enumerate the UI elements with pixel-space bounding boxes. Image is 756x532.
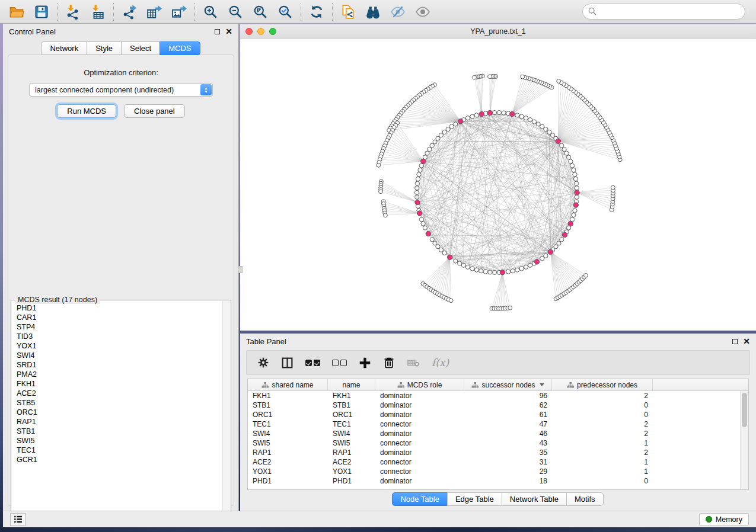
search-network-button[interactable] bbox=[362, 2, 384, 21]
table-scrollbar-thumb[interactable] bbox=[742, 393, 747, 427]
control-panel-title: Control Panel bbox=[9, 27, 56, 36]
table-row[interactable]: STB1STB1dominator620 bbox=[248, 400, 740, 410]
mcds-node-item[interactable]: STP4 bbox=[17, 322, 222, 332]
table-cell: 96 bbox=[464, 392, 552, 400]
mcds-node-item[interactable]: ORC1 bbox=[17, 408, 222, 417]
task-history-button[interactable] bbox=[10, 513, 25, 526]
table-options-gear-button[interactable] bbox=[257, 357, 269, 368]
table-row[interactable]: FKH1FKH1dominator962 bbox=[248, 391, 740, 400]
table-scrollbar[interactable] bbox=[740, 391, 748, 489]
eye-slash-icon bbox=[390, 4, 406, 20]
mcds-node-item[interactable]: PMA2 bbox=[17, 370, 222, 379]
node-table-header: shared namenameMCDS rolesuccessor nodesp… bbox=[248, 379, 748, 391]
export-image-button[interactable] bbox=[168, 2, 190, 21]
export-table-button[interactable] bbox=[143, 2, 165, 21]
task-list-icon bbox=[13, 514, 23, 524]
hide-selected-button[interactable] bbox=[387, 2, 409, 21]
vertical-divider-handle[interactable] bbox=[238, 266, 243, 273]
mcds-node-item[interactable]: STB5 bbox=[17, 398, 222, 408]
tab-node-table[interactable]: Node Table bbox=[392, 492, 448, 506]
network-canvas[interactable] bbox=[240, 39, 756, 331]
table-panel-tabs: Node TableEdge TableNetwork TableMotifs bbox=[240, 492, 756, 506]
apply-styles-button[interactable] bbox=[306, 2, 327, 21]
zoom-in-button[interactable] bbox=[200, 2, 221, 21]
table-row[interactable]: ACE2ACE2connector311 bbox=[248, 457, 740, 467]
clone-network-button[interactable] bbox=[337, 2, 359, 21]
table-cell: dominator bbox=[375, 401, 464, 409]
show-all-button[interactable] bbox=[412, 2, 433, 21]
deselect-all-button[interactable] bbox=[332, 360, 347, 366]
table-cell: connector bbox=[375, 467, 464, 476]
run-mcds-button[interactable]: Run MCDS bbox=[57, 104, 116, 118]
mcds-node-item[interactable]: TID3 bbox=[17, 332, 222, 341]
close-panel-icon[interactable]: ✕ bbox=[225, 28, 232, 34]
column-header-successor-nodes[interactable]: successor nodes bbox=[464, 379, 552, 390]
zoom-selected-button[interactable] bbox=[275, 2, 296, 21]
export-network-button[interactable] bbox=[119, 2, 140, 21]
search-input[interactable] bbox=[582, 4, 745, 20]
table-row[interactable]: TEC1TEC1connector472 bbox=[248, 419, 740, 429]
float-table-panel-icon[interactable] bbox=[732, 339, 738, 344]
toolbar-separator bbox=[194, 3, 195, 21]
table-cell: FKH1 bbox=[248, 392, 328, 400]
delete-table-button[interactable] bbox=[407, 356, 420, 369]
column-header-shared-name[interactable]: shared name bbox=[248, 379, 328, 390]
column-header-MCDS-role[interactable]: MCDS role bbox=[375, 379, 464, 390]
mcds-result-scrollbar[interactable] bbox=[222, 301, 230, 518]
table-cell: dominator bbox=[375, 392, 464, 400]
open-folder-icon bbox=[9, 4, 24, 20]
network-graph bbox=[240, 39, 756, 331]
table-row[interactable]: ORC1ORC1dominator610 bbox=[248, 410, 740, 419]
float-panel-icon[interactable] bbox=[215, 29, 220, 34]
table-row[interactable]: SWI5SWI5connector431 bbox=[248, 438, 740, 448]
delete-columns-button[interactable] bbox=[383, 357, 395, 368]
tab-mcds[interactable]: MCDS bbox=[160, 41, 200, 55]
close-panel-button[interactable]: Close panel bbox=[124, 104, 185, 118]
table-cell: SWI4 bbox=[248, 430, 328, 438]
network-window-titlebar[interactable]: YPA_prune.txt_1 bbox=[240, 24, 756, 39]
open-file-button[interactable] bbox=[6, 2, 27, 21]
add-column-button[interactable] bbox=[359, 357, 371, 369]
mcds-node-item[interactable]: SWI5 bbox=[17, 436, 222, 446]
table-row[interactable]: RAP1RAP1dominator352 bbox=[248, 448, 740, 457]
table-row[interactable]: YOX1YOX1connector291 bbox=[248, 467, 740, 476]
mcds-node-item[interactable]: GCR1 bbox=[17, 455, 222, 464]
tab-network-table[interactable]: Network Table bbox=[502, 492, 567, 506]
tab-select[interactable]: Select bbox=[121, 41, 160, 55]
mcds-node-item[interactable]: SRD1 bbox=[17, 360, 222, 370]
import-table-button[interactable] bbox=[87, 2, 109, 21]
table-row[interactable]: SWI4SWI4dominator462 bbox=[248, 429, 740, 438]
memory-button[interactable]: Memory bbox=[699, 513, 749, 526]
import-network-button[interactable] bbox=[62, 2, 84, 21]
optimization-criterion-select[interactable]: largest connected component (undirected)… bbox=[29, 83, 213, 97]
mcds-node-item[interactable]: PHD1 bbox=[17, 303, 222, 313]
table-cell: 2 bbox=[552, 430, 653, 438]
sort-desc-icon bbox=[540, 383, 544, 386]
mcds-node-item[interactable]: YOX1 bbox=[17, 341, 222, 351]
mcds-node-item[interactable]: SWI4 bbox=[17, 351, 222, 360]
select-all-button[interactable] bbox=[305, 360, 320, 366]
save-session-button[interactable] bbox=[31, 2, 52, 21]
mcds-node-item[interactable]: STB1 bbox=[17, 427, 222, 436]
column-header-predecessor-nodes[interactable]: predecessor nodes bbox=[552, 379, 653, 390]
mcds-node-item[interactable]: CAR1 bbox=[17, 313, 222, 322]
table-cell: connector bbox=[375, 420, 464, 428]
tab-network[interactable]: Network bbox=[41, 41, 87, 55]
tab-edge-table[interactable]: Edge Table bbox=[447, 492, 502, 506]
zoom-out-button[interactable] bbox=[225, 2, 246, 21]
show-columns-button[interactable] bbox=[281, 357, 294, 369]
mcds-node-item[interactable]: ACE2 bbox=[17, 389, 222, 398]
close-table-panel-icon[interactable]: ✕ bbox=[743, 338, 750, 344]
table-row[interactable]: PHD1PHD1dominator180 bbox=[248, 476, 740, 486]
mcds-result-title: MCDS result (17 nodes) bbox=[15, 296, 100, 304]
eye-icon bbox=[415, 4, 430, 20]
zoom-fit-button[interactable] bbox=[250, 2, 271, 21]
mcds-node-item[interactable]: TEC1 bbox=[17, 446, 222, 455]
column-header-name[interactable]: name bbox=[328, 379, 375, 390]
function-builder-button[interactable]: f(x) bbox=[432, 357, 449, 368]
toolbar-separator bbox=[301, 3, 301, 21]
tab-motifs[interactable]: Motifs bbox=[566, 492, 604, 506]
tab-style[interactable]: Style bbox=[87, 41, 122, 55]
mcds-node-item[interactable]: RAP1 bbox=[17, 417, 222, 427]
mcds-node-item[interactable]: FKH1 bbox=[17, 379, 222, 389]
